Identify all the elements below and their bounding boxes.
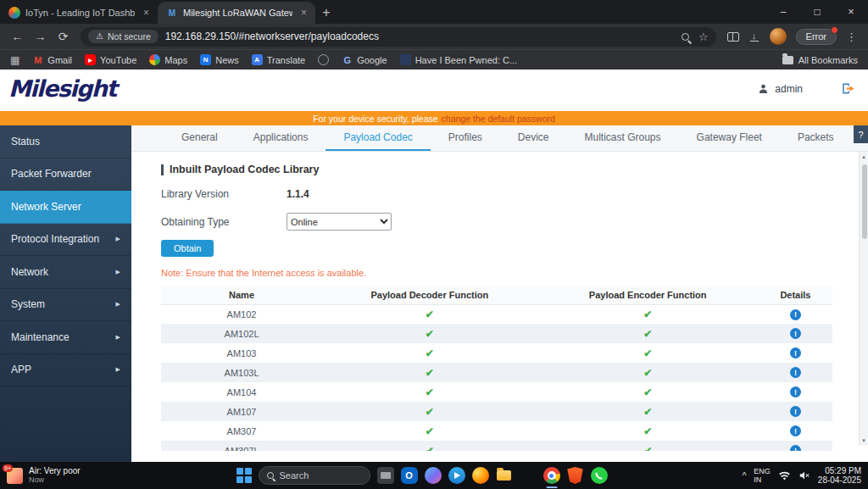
logout-icon[interactable]	[841, 82, 856, 95]
reload-button[interactable]: ⟳	[53, 26, 74, 47]
all-bookmarks-button[interactable]: All Bookmarks	[782, 55, 858, 65]
chrome-icon[interactable]	[543, 467, 560, 484]
details-info-icon[interactable]: !	[790, 386, 801, 397]
address-bar[interactable]: ⚠ Not secure 192.168.29.150/#networkserv…	[81, 27, 716, 47]
bookmark-gmail[interactable]: M Gmail	[32, 54, 72, 65]
browser-tab-iotyn[interactable]: IoTyn - Leading IoT Dashboard Pl... ×	[0, 2, 158, 24]
tray-chevron-icon[interactable]: ^	[743, 471, 747, 481]
microsoft-apps-icon[interactable]	[520, 467, 537, 484]
brave-icon[interactable]	[567, 467, 584, 484]
sidebar-item-network[interactable]: Network▶	[0, 256, 131, 289]
tray-time: 05:29 PM	[825, 466, 861, 476]
device-name: AM307L	[161, 441, 322, 451]
content-scrollbar[interactable]: ▲ ▼	[859, 152, 868, 446]
back-button[interactable]: ←	[7, 26, 28, 47]
table-row: AM103L ✔ ✔ !	[161, 363, 832, 382]
browser-tab-milesight[interactable]: M Milesight LoRaWAN Gateway ×	[158, 2, 315, 24]
sidebar-item-status[interactable]: Status	[0, 125, 131, 158]
tab-close-icon[interactable]: ×	[298, 7, 310, 19]
close-button[interactable]: ×	[834, 0, 868, 24]
bookmark-news[interactable]: N News	[200, 54, 239, 65]
help-button[interactable]: ?	[854, 125, 868, 143]
check-icon: ✔	[643, 308, 652, 320]
forward-button[interactable]: →	[30, 26, 51, 47]
language-switcher[interactable]: ENG IN	[754, 467, 771, 484]
tab-multicast-groups[interactable]: Multicast Groups	[567, 125, 679, 151]
google-icon: G	[342, 54, 353, 65]
details-info-icon[interactable]: !	[790, 309, 801, 320]
whatsapp-icon[interactable]	[591, 467, 608, 484]
not-secure-warning-icon: ⚠	[96, 32, 103, 41]
bookmark-globe[interactable]	[318, 54, 329, 65]
check-icon: ✔	[426, 367, 434, 379]
bookmark-youtube[interactable]: ▶ YouTube	[85, 54, 136, 65]
bookmark-google[interactable]: G Google	[342, 54, 387, 65]
check-icon: ✔	[643, 386, 652, 398]
check-icon: ✔	[426, 445, 434, 452]
wifi-icon[interactable]	[778, 471, 791, 481]
bookmark-maps[interactable]: Maps	[149, 54, 187, 65]
taskbar-search[interactable]: Search	[259, 466, 370, 485]
apps-grid-icon[interactable]: ▦	[10, 54, 19, 66]
user-icon	[758, 83, 769, 94]
tab-close-icon[interactable]: ×	[140, 7, 153, 19]
file-explorer-icon[interactable]	[496, 467, 513, 484]
tab-applications[interactable]: Applications	[236, 125, 326, 151]
device-name: AM102L	[161, 324, 322, 343]
scrollbar-thumb[interactable]	[862, 164, 867, 239]
obtain-button[interactable]: Obtain	[161, 240, 214, 257]
minimize-button[interactable]: –	[766, 0, 800, 24]
copilot-icon[interactable]	[425, 467, 442, 484]
desktop-app-icon[interactable]	[377, 467, 394, 484]
profile-avatar[interactable]	[770, 28, 787, 45]
scroll-up-icon[interactable]: ▲	[861, 154, 866, 159]
zoom-icon[interactable]	[682, 33, 689, 41]
search-label: Search	[280, 470, 309, 481]
sidebar-item-maintenance[interactable]: Maintenance▶	[0, 321, 131, 354]
maximize-button[interactable]: □	[800, 0, 834, 24]
change-password-link[interactable]: change the default password	[442, 114, 555, 124]
details-info-icon[interactable]: !	[790, 406, 801, 417]
details-info-icon[interactable]: !	[790, 425, 801, 436]
obtaining-type-select[interactable]: Online	[287, 213, 392, 231]
new-tab-button[interactable]: +	[315, 2, 337, 24]
chevron-right-icon: ▶	[116, 236, 120, 242]
tab-gateway-fleet[interactable]: Gateway Fleet	[679, 125, 780, 151]
tab-payload-codec[interactable]: Payload Codec	[326, 125, 430, 151]
tab-title: Milesight LoRaWAN Gateway	[183, 8, 292, 18]
details-info-icon[interactable]: !	[790, 367, 801, 378]
tab-packets[interactable]: Packets	[780, 125, 852, 151]
start-button[interactable]	[236, 468, 252, 483]
details-info-icon[interactable]: !	[790, 347, 801, 358]
sidebar-item-protocol-integration[interactable]: Protocol Integration▶	[0, 224, 131, 257]
tab-general[interactable]: General	[164, 125, 236, 151]
payload-codec-panel: Inbuilt Payload Codec Library Library Ve…	[131, 152, 868, 451]
outlook-icon[interactable]: O	[401, 467, 418, 484]
web-page: Milesight admin For your device security…	[0, 69, 868, 462]
sync-error-button[interactable]: Error	[796, 29, 837, 45]
taskbar-center: Search O	[236, 462, 608, 489]
tab-profiles[interactable]: Profiles	[431, 125, 500, 151]
sidebar-item-app[interactable]: APP▶	[0, 354, 131, 387]
split-screen-icon[interactable]	[727, 32, 739, 42]
sidebar-item-packet-forwarder[interactable]: Packet Forwarder	[0, 158, 131, 192]
firefox-icon[interactable]	[472, 467, 489, 484]
details-info-icon[interactable]: !	[790, 445, 801, 451]
folder-icon	[782, 56, 793, 64]
weather-widget[interactable]: 9+ Air: Very poor Now	[7, 462, 81, 489]
security-chip[interactable]: ⚠ Not secure	[88, 30, 159, 43]
sidebar-item-network-server[interactable]: Network Server	[0, 191, 131, 224]
bookmark-translate[interactable]: A Translate	[252, 54, 305, 65]
download-icon[interactable]: ↓	[748, 31, 760, 42]
aqi-badge: 9+	[3, 464, 13, 472]
telegram-icon[interactable]	[448, 467, 465, 484]
bookmark-hibp[interactable]: Have I Been Pwned: C...	[400, 54, 517, 65]
sidebar-item-system[interactable]: System▶	[0, 289, 131, 322]
tab-device[interactable]: Device	[500, 125, 567, 151]
clock-widget[interactable]: 05:29 PM 28-04-2025	[818, 466, 861, 486]
scroll-down-icon[interactable]: ▼	[861, 438, 866, 443]
volume-muted-icon[interactable]	[798, 470, 810, 481]
bookmark-star-icon[interactable]: ☆	[698, 31, 709, 42]
browser-menu-icon[interactable]: ⋮	[846, 31, 857, 43]
details-info-icon[interactable]: !	[790, 328, 801, 339]
